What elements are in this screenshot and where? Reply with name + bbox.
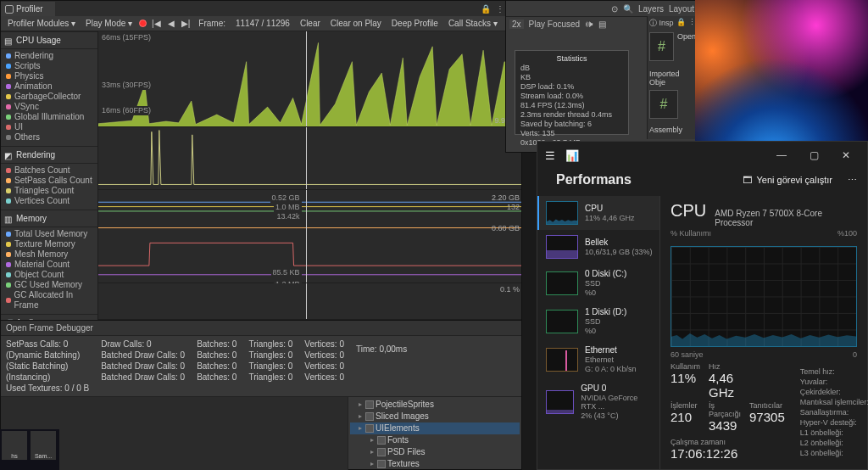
sidebar-item[interactable]: Physics (6, 71, 94, 81)
asset-tree[interactable]: PojectileSpritesSliced ImagesUIElementsF… (348, 397, 521, 470)
frame-first-icon[interactable]: |◀ (150, 19, 163, 28)
memory-chart[interactable]: 0.52 GB 1.0 MB 13.42k 85.5 KB 1.2 MB 2.2… (98, 190, 521, 283)
frame-label: Frame: (195, 19, 229, 28)
menu-icon[interactable]: ⋮ (496, 4, 504, 14)
stats-icon[interactable]: ▤ (598, 20, 606, 29)
sidebar-item-gpu[interactable]: GPU 0NVIDIA GeForce RTX ...2% (43 °C) (537, 378, 659, 425)
sidebar-item[interactable]: Object Count (6, 270, 94, 280)
two-x[interactable]: 2x (509, 20, 524, 29)
stat-value: Triangles: 0 (248, 339, 292, 349)
sidebar-item[interactable]: Others (6, 132, 94, 143)
sidebar-item-disk1[interactable]: 1 Diski (D:)SSD%0 (537, 302, 659, 340)
callstacks-dropdown[interactable]: Call Stacks (445, 19, 501, 28)
play-mode-dropdown[interactable]: Play Mode (82, 19, 136, 28)
profiler-toolbar: Profiler Modules Play Mode |◀ ◀ ▶| Frame… (1, 16, 521, 31)
stat-value: Used Textures: 0 / 0 B (6, 383, 89, 393)
color-dot (6, 252, 11, 257)
sidebar-item[interactable]: GarbageCollector (6, 92, 94, 102)
sidebar-item-label: Scripts (14, 61, 41, 71)
open-frame-debugger-button[interactable]: Open Frame Debugger (1, 321, 521, 336)
pick-icon[interactable]: ⊙ (611, 4, 618, 14)
sidebar-item[interactable]: Scripts (6, 61, 94, 71)
sidebar-item[interactable]: VSync (6, 102, 94, 112)
mini-gpu-graph (546, 390, 574, 414)
frame-next-icon[interactable]: ▶| (180, 19, 192, 28)
assembly-label: Assembly (649, 126, 696, 134)
asset-thumbnail[interactable]: # (649, 32, 674, 61)
sidebar-item-label: Total Used Memory (14, 229, 87, 239)
sidebar-item-ethernet[interactable]: EthernetEthernetG: 0 A: 0 Kb/sn (537, 340, 659, 378)
profiler-tab[interactable]: Profiler (1, 2, 55, 16)
inspector-tab[interactable]: ⓘ Insp (649, 18, 674, 29)
sidebar-item[interactable]: Batches Count (6, 165, 94, 176)
sidebar-item[interactable]: Material Count (6, 260, 94, 270)
stat-value: SetPass Calls: 0 (6, 339, 89, 349)
task-manager-window: ☰ 📊 — ▢ ✕ Performans 🗔 Yeni görevi çalış… (537, 141, 868, 470)
mute-icon[interactable]: 🕪 (585, 20, 593, 29)
sidebar-item[interactable]: GC Used Memory (6, 280, 94, 290)
profiler-modules-dropdown[interactable]: Profiler Modules (4, 19, 79, 28)
tree-node[interactable]: PSD Files (350, 446, 520, 458)
hamburger-icon[interactable]: ☰ (542, 149, 558, 162)
stat-value: Triangles: 0 (248, 372, 292, 382)
record-button[interactable] (139, 20, 147, 27)
sidebar-item-label: Others (14, 132, 40, 143)
sidebar-rendering-title: Rendering (16, 150, 55, 159)
sidebar-item[interactable]: Vertices Count (6, 196, 94, 206)
clear-button[interactable]: Clear (297, 19, 324, 28)
stat-line: Verts: 135 (520, 129, 623, 138)
sidebar-item[interactable]: Global Illumination (6, 112, 94, 122)
cpu-chart[interactable]: 66ms (15FPS) 33ms (30FPS) 16ms (60FPS) 9… (98, 31, 521, 127)
sidebar-item[interactable]: Texture Memory (6, 239, 94, 249)
frame-prev-icon[interactable]: ◀ (166, 19, 176, 28)
layers-dropdown[interactable]: Layers (638, 4, 664, 14)
sidebar-cpu-header[interactable]: ▤ CPU Usage (1, 31, 97, 49)
lock-icon[interactable]: 🔒 (676, 18, 686, 29)
minimize-icon[interactable]: — (765, 149, 798, 161)
cpu-utilization-chart[interactable] (670, 246, 857, 347)
mem-c: 13.42k (275, 212, 302, 221)
sidebar-item[interactable]: UI (6, 122, 94, 132)
maximize-icon[interactable]: ▢ (798, 149, 830, 161)
more-icon[interactable]: ⋯ (848, 175, 857, 186)
sidebar-item-disk0[interactable]: 0 Diski (C:)SSD%0 (537, 264, 659, 302)
search-icon[interactable]: 🔍 (623, 4, 633, 14)
titlebar[interactable]: ☰ 📊 — ▢ ✕ (537, 142, 867, 169)
sidebar-rendering-header[interactable]: ◩ Rendering (1, 146, 97, 164)
sidebar-audio-header[interactable]: 🔊 Audio (1, 314, 97, 320)
tree-node[interactable]: Textures (350, 458, 520, 470)
open-button[interactable]: Open (677, 32, 696, 61)
folder-icon (365, 424, 374, 433)
folder-icon (365, 412, 374, 421)
inspector-pane: ⓘ Insp 🔒 ⋮ # Open Imported Obje # Assemb… (647, 16, 698, 139)
sidebar-item[interactable]: Mesh Memory (6, 249, 94, 260)
layout-dropdown[interactable]: Layout (669, 4, 694, 14)
lock-icon[interactable]: 🔒 (481, 4, 491, 14)
run-task-button[interactable]: 🗔 Yeni görevi çalıştır (743, 175, 832, 185)
clear-on-play-button[interactable]: Clear on Play (327, 19, 385, 28)
sidebar-item[interactable]: Rendering (6, 51, 94, 61)
audio-chart[interactable]: 0.1 % (98, 283, 521, 320)
sidebar-item-memory[interactable]: Bellek10,6/31,9 GB (33%) (537, 230, 659, 264)
color-dot (6, 199, 11, 204)
taskbar-item-1[interactable]: hs (2, 431, 27, 460)
sidebar-memory-header[interactable]: ▥ Memory (1, 210, 97, 227)
taskbar-item-2[interactable]: Sam... (31, 431, 56, 460)
sidebar-item[interactable]: SetPass Calls Count (6, 176, 94, 186)
asset-thumbnail-2[interactable]: # (649, 90, 678, 119)
tree-node[interactable]: UIElements (350, 422, 520, 434)
play-focused-dropdown[interactable]: Play Focused (529, 20, 581, 29)
tree-node[interactable]: PojectileSprites (350, 399, 520, 411)
sidebar-item[interactable]: Animation (6, 81, 94, 92)
sidebar-item-label: UI (14, 122, 23, 132)
rendering-chart[interactable] (98, 127, 521, 190)
tree-node[interactable]: Sliced Images (350, 411, 520, 422)
close-icon[interactable]: ✕ (830, 149, 862, 161)
sidebar-item[interactable]: Triangles Count (6, 186, 94, 196)
sidebar-item-label: Physics (14, 71, 43, 81)
sidebar-item[interactable]: GC Allocated In Frame (6, 290, 94, 311)
deep-profile-button[interactable]: Deep Profile (388, 19, 442, 28)
tree-node[interactable]: Fonts (350, 434, 520, 446)
sidebar-item[interactable]: Total Used Memory (6, 229, 94, 239)
sidebar-item-cpu[interactable]: CPU11% 4,46 GHz (537, 196, 659, 230)
